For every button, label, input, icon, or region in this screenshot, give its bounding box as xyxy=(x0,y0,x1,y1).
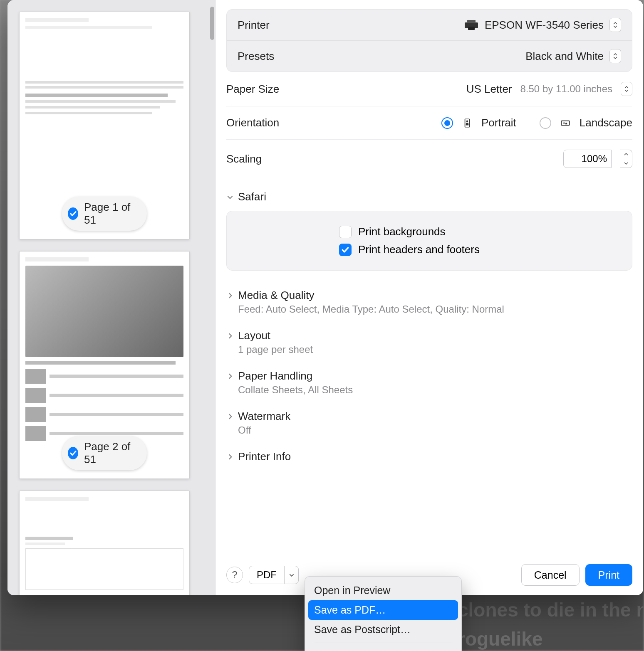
check-icon xyxy=(68,447,78,459)
safari-options: Print backgrounds Print headers and foot… xyxy=(226,211,632,271)
watermark-sub: Off xyxy=(238,424,632,436)
scaling-label: Scaling xyxy=(226,153,334,165)
media-quality-toggle[interactable]: Media & Quality xyxy=(226,289,632,302)
background-text-2: roguelike xyxy=(458,628,543,650)
preview-sidebar: Page 1 of 51 Page 2 of 51 xyxy=(7,0,215,595)
orientation-row: Orientation Portrait Landscape xyxy=(226,106,632,140)
safari-section-header[interactable]: Safari xyxy=(226,178,632,211)
thumbnail-content xyxy=(20,491,189,595)
presets-selector[interactable]: Black and White xyxy=(525,49,621,63)
print-button[interactable]: Print xyxy=(585,564,632,586)
chevron-right-icon xyxy=(226,292,234,299)
paper-handling-section: Paper Handling Collate Sheets, All Sheet… xyxy=(226,363,632,403)
watermark-toggle[interactable]: Watermark xyxy=(226,410,632,423)
safari-title: Safari xyxy=(238,190,266,203)
help-button[interactable]: ? xyxy=(226,567,243,583)
accordion: Media & Quality Feed: Auto Select, Media… xyxy=(226,276,632,474)
thumbnail-content xyxy=(20,12,189,120)
printer-info-title: Printer Info xyxy=(238,450,291,463)
media-quality-section: Media & Quality Feed: Auto Select, Media… xyxy=(226,282,632,323)
menu-save-as-pdf[interactable]: Save as PDF… xyxy=(308,600,458,620)
print-headers-row: Print headers and footers xyxy=(239,241,619,259)
media-quality-sub: Feed: Auto Select, Media Type: Auto Sele… xyxy=(238,303,632,315)
thumbnail-content xyxy=(20,252,189,447)
menu-save-as-postscript[interactable]: Save as Postscript… xyxy=(305,620,461,639)
settings-list: Paper Size US Letter 8.50 by 11.00 inche… xyxy=(215,72,643,595)
printer-value: EPSON WF-3540 Series xyxy=(485,19,604,32)
paper-handling-sub: Collate Sheets, All Sheets xyxy=(238,384,632,396)
printer-icon xyxy=(464,19,479,31)
svg-rect-5 xyxy=(561,121,570,125)
cancel-button[interactable]: Cancel xyxy=(521,564,580,586)
menu-open-preview[interactable]: Open in Preview xyxy=(305,581,461,600)
portrait-label: Portrait xyxy=(481,116,516,129)
svg-rect-1 xyxy=(467,20,476,23)
portrait-radio[interactable] xyxy=(441,117,453,129)
svg-rect-2 xyxy=(468,27,475,30)
chevron-down-icon xyxy=(620,159,632,168)
page-thumbnail-3[interactable] xyxy=(19,491,190,595)
layout-title: Layout xyxy=(238,329,270,342)
page-badge-2[interactable]: Page 2 of 51 xyxy=(62,436,147,470)
page-badge-1[interactable]: Page 1 of 51 xyxy=(62,197,147,231)
print-settings-panel: Printer EPSON WF-3540 Series Presets xyxy=(215,0,643,595)
printer-selector[interactable]: EPSON WF-3540 Series xyxy=(464,18,621,32)
media-quality-title: Media & Quality xyxy=(238,289,315,302)
layout-sub: 1 page per sheet xyxy=(238,344,632,355)
printer-header: Printer EPSON WF-3540 Series Presets xyxy=(226,9,632,72)
watermark-title: Watermark xyxy=(238,410,290,423)
landscape-icon xyxy=(560,117,571,129)
page-thumbnail-1[interactable]: Page 1 of 51 xyxy=(19,12,190,239)
presets-value: Black and White xyxy=(525,50,604,63)
print-headers-label: Print headers and footers xyxy=(358,243,480,256)
menu-separator xyxy=(314,643,452,643)
pdf-menu-button[interactable]: PDF xyxy=(249,566,299,584)
chevron-down-icon xyxy=(226,193,234,201)
printer-info-toggle[interactable]: Printer Info xyxy=(226,450,632,463)
print-backgrounds-checkbox[interactable] xyxy=(339,226,352,238)
paper-size-detail: 8.50 by 11.00 inches xyxy=(520,83,613,95)
stepper-icon xyxy=(609,49,621,63)
svg-point-4 xyxy=(466,120,468,122)
orientation-label: Orientation xyxy=(226,116,334,129)
chevron-right-icon xyxy=(226,453,234,461)
chevron-right-icon xyxy=(226,413,234,420)
scaling-input[interactable] xyxy=(563,150,612,168)
watermark-section: Watermark Off xyxy=(226,403,632,444)
check-icon xyxy=(68,207,78,220)
paper-size-row: Paper Size US Letter 8.50 by 11.00 inche… xyxy=(226,72,632,106)
portrait-icon xyxy=(461,117,473,129)
print-dialog: Page 1 of 51 Page 2 of 51 xyxy=(7,0,643,595)
paper-handling-title: Paper Handling xyxy=(238,370,312,382)
chevron-up-icon xyxy=(620,150,632,159)
layout-section: Layout 1 page per sheet xyxy=(226,323,632,363)
pdf-dropdown-menu: Open in Preview Save as PDF… Save as Pos… xyxy=(305,576,462,651)
stepper-icon xyxy=(621,82,632,96)
print-backgrounds-label: Print backgrounds xyxy=(358,225,446,238)
chevron-right-icon xyxy=(226,372,234,380)
pdf-label: PDF xyxy=(249,566,285,584)
landscape-label: Landscape xyxy=(580,116,632,129)
printer-label: Printer xyxy=(238,19,270,32)
menu-more-icon[interactable] xyxy=(305,646,461,651)
chevron-down-icon xyxy=(285,566,299,584)
page-thumbnail-2[interactable]: Page 2 of 51 xyxy=(19,251,190,479)
paper-size-selector[interactable]: US Letter 8.50 by 11.00 inches xyxy=(334,82,632,96)
sidebar-scrollbar[interactable] xyxy=(210,7,214,40)
background-text-1: clones to die in the new W xyxy=(458,599,644,621)
paper-handling-toggle[interactable]: Paper Handling xyxy=(226,370,632,382)
page-badge-label: Page 1 of 51 xyxy=(84,201,135,227)
page-badge-label: Page 2 of 51 xyxy=(84,440,135,466)
printer-info-section: Printer Info xyxy=(226,444,632,471)
presets-row: Presets Black and White xyxy=(227,40,632,72)
landscape-radio[interactable] xyxy=(540,117,551,129)
paper-size-label: Paper Size xyxy=(226,83,334,96)
scaling-stepper[interactable] xyxy=(620,150,632,168)
layout-toggle[interactable]: Layout xyxy=(226,329,632,342)
paper-size-value: US Letter xyxy=(466,83,512,96)
printer-row: Printer EPSON WF-3540 Series xyxy=(227,10,632,40)
print-backgrounds-row: Print backgrounds xyxy=(239,223,619,241)
print-headers-checkbox[interactable] xyxy=(339,244,352,256)
chevron-right-icon xyxy=(226,332,234,340)
stepper-icon xyxy=(609,18,621,32)
